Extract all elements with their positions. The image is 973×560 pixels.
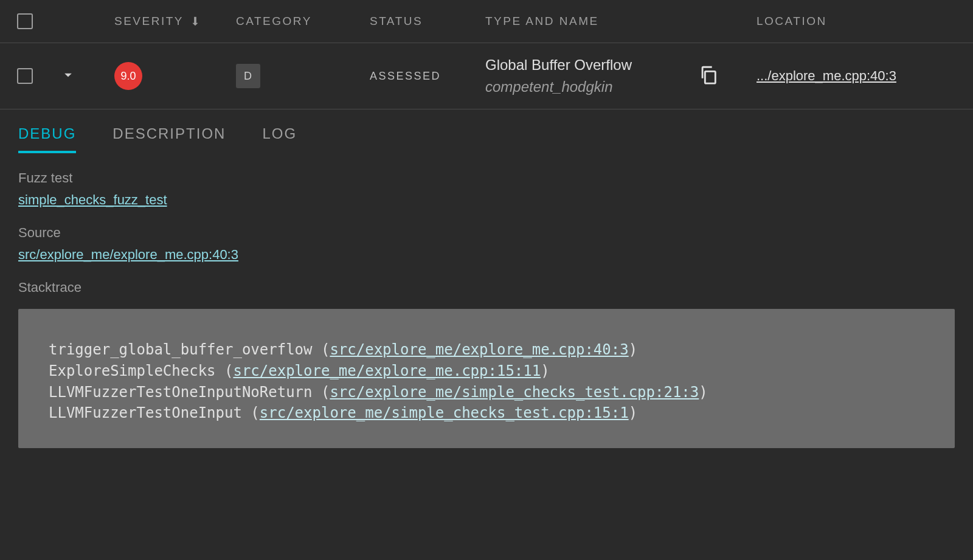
stack-link[interactable]: src/explore_me/explore_me.cpp:40:3 [330,341,628,358]
chevron-down-icon[interactable] [60,66,77,83]
source-link[interactable]: src/explore_me/explore_me.cpp:40:3 [18,247,238,262]
stack-line: LLVMFuzzerTestOneInput (src/explore_me/s… [49,403,924,424]
stacktrace-label: Stacktrace [18,280,955,296]
source-label: Source [18,225,955,241]
fuzz-test-label: Fuzz test [18,170,955,186]
select-all-checkbox[interactable] [17,13,33,29]
sort-desc-icon [189,15,202,28]
status-header[interactable]: STATUS [370,15,479,28]
status-text: ASSESSED [370,70,441,82]
type-name-header[interactable]: TYPE AND NAME [485,15,692,28]
stack-line: ExploreSimpleChecks (src/explore_me/expl… [49,361,924,382]
header-label: SEVERITY [114,15,184,28]
stack-fn: ExploreSimpleChecks [49,362,216,379]
stack-fn: LLVMFuzzerTestOneInputNoReturn [49,384,312,401]
tab-debug[interactable]: DEBUG [18,125,76,153]
stack-fn: trigger_global_buffer_overflow [49,341,312,358]
copy-icon[interactable] [698,64,719,85]
severity-badge: 9.0 [114,62,142,90]
stack-line: trigger_global_buffer_overflow (src/expl… [49,339,924,361]
category-badge: D [236,64,260,88]
location-link[interactable]: .../explore_me.cpp:40:3 [757,68,896,83]
table-header: SEVERITY CATEGORY STATUS TYPE AND NAME L… [0,0,973,43]
tab-bar: DEBUG DESCRIPTION LOG [0,109,973,153]
svg-rect-0 [705,71,715,83]
severity-header[interactable]: SEVERITY [114,15,230,28]
tab-log[interactable]: LOG [262,125,297,153]
stack-link[interactable]: src/explore_me/simple_checks_test.cpp:21… [330,384,699,401]
location-header[interactable]: LOCATION [753,15,956,28]
stack-line: LLVMFuzzerTestOneInputNoReturn (src/expl… [49,382,924,403]
stacktrace-box: trigger_global_buffer_overflow (src/expl… [18,309,955,448]
tab-description[interactable]: DESCRIPTION [113,125,226,153]
table-row: 9.0 D ASSESSED Global Buffer Overflow co… [0,43,973,109]
fuzz-test-link[interactable]: simple_checks_fuzz_test [18,192,167,207]
stack-fn: LLVMFuzzerTestOneInput [49,404,242,421]
stack-link[interactable]: src/explore_me/explore_me.cpp:15:11 [233,362,541,379]
stack-link[interactable]: src/explore_me/simple_checks_test.cpp:15… [260,404,629,421]
finding-name: competent_hodgkin [485,76,692,98]
finding-type: Global Buffer Overflow [485,54,692,76]
category-header[interactable]: CATEGORY [236,15,364,28]
row-checkbox[interactable] [17,68,33,84]
